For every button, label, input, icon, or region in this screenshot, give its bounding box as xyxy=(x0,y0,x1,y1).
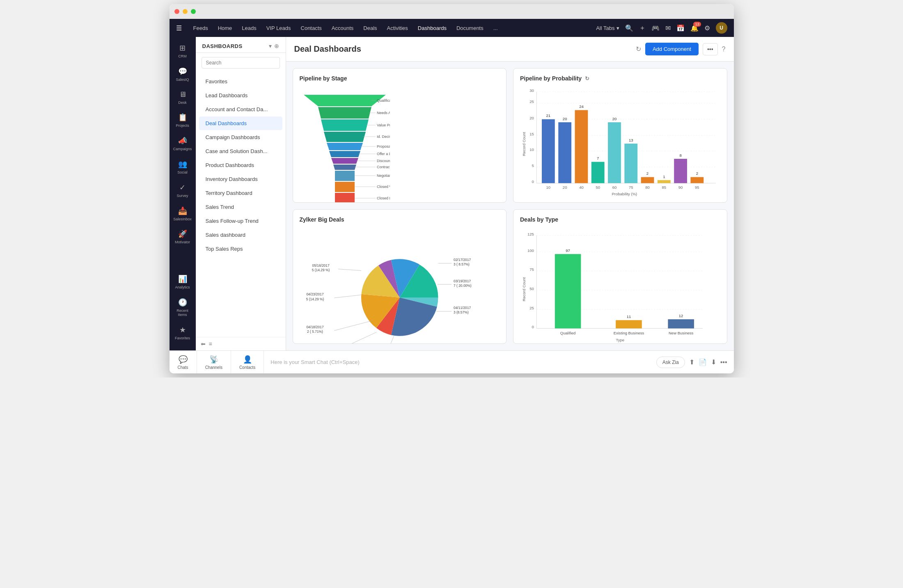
social-icon: 👥 xyxy=(178,160,187,169)
ask-zia-button[interactable]: Ask Zia xyxy=(656,357,685,368)
sidebar-list-icon[interactable]: ≡ xyxy=(209,341,212,347)
all-tabs-dropdown[interactable]: All Tabs ▾ xyxy=(596,25,619,31)
more-options-button[interactable]: ••• xyxy=(703,43,718,55)
svg-text:50: 50 xyxy=(529,286,534,291)
add-component-button[interactable]: Add Component xyxy=(645,43,699,55)
salesinbox-icon: 📥 xyxy=(178,206,187,215)
svg-text:0: 0 xyxy=(532,179,534,184)
sidebar-item-recent[interactable]: 🕐 Recent Items xyxy=(171,295,194,321)
bottom-right-actions: Ask Zia ⬆ 📄 ⬇ ••• xyxy=(650,351,734,373)
chats-tab[interactable]: 💬 Chats xyxy=(170,351,197,373)
pipeline-probability-card: Pipeline by Probability ↻ Record Count 0… xyxy=(513,68,727,203)
panel-nav-product[interactable]: Product Dashboards xyxy=(199,158,282,172)
panel-nav-sales-followup[interactable]: Sales Follow-up Trend xyxy=(199,214,282,228)
sidebar-item-crm[interactable]: ⊞ CRM xyxy=(171,40,194,62)
help-icon[interactable]: ? xyxy=(722,46,726,53)
bottom-action-icon-4[interactable]: ••• xyxy=(720,359,727,366)
survey-icon: ✓ xyxy=(179,183,186,192)
panel-nav-top-sales[interactable]: Top Sales Reps xyxy=(199,242,282,256)
nav-leads[interactable]: Leads xyxy=(237,23,261,33)
svg-text:Qualified: Qualified xyxy=(560,331,576,335)
svg-text:Negotiation/Review: Negotiation/Review xyxy=(377,174,390,178)
nav-documents[interactable]: Documents xyxy=(452,23,488,33)
nav-home[interactable]: Home xyxy=(213,23,237,33)
nav-vip-leads[interactable]: VIP Leads xyxy=(261,23,296,33)
smart-chat-input[interactable]: Here is your Smart Chat (Ctrl+Space) xyxy=(264,351,649,373)
svg-text:02/17/2017: 02/17/2017 xyxy=(454,258,471,262)
sidebar-item-projects[interactable]: 📋 Projects xyxy=(171,110,194,131)
minimize-button[interactable] xyxy=(183,9,188,14)
panel-add-icon[interactable]: ⊕ xyxy=(274,43,279,49)
bottom-action-icon-1[interactable]: ⬆ xyxy=(689,358,694,366)
maximize-button[interactable] xyxy=(191,9,196,14)
sidebar-item-social[interactable]: 👥 Social xyxy=(171,156,194,178)
refresh-icon[interactable]: ↻ xyxy=(636,45,641,53)
svg-rect-52 xyxy=(558,122,571,183)
icon-sidebar: ⊞ CRM 💬 SalesIQ 🖥 Desk 📋 Projects 📣 Camp… xyxy=(170,37,196,350)
nav-deals[interactable]: Deals xyxy=(358,23,382,33)
close-button[interactable] xyxy=(174,9,179,14)
bottom-bar: 💬 Chats 📡 Channels 👤 Contacts Here is yo… xyxy=(170,350,734,373)
sidebar-item-favorites[interactable]: ★ Favorites xyxy=(171,322,194,344)
svg-text:20: 20 xyxy=(563,185,567,190)
sidebar-item-salesiq[interactable]: 💬 SalesIQ xyxy=(171,64,194,85)
panel-nav-sales-trend[interactable]: Sales Trend xyxy=(199,200,282,214)
panel-nav-account-contact[interactable]: Account and Contact Da... xyxy=(199,103,282,116)
sidebar-item-salesinbox[interactable]: 📥 SalesInbox xyxy=(171,203,194,225)
panel-nav-deal-dashboards[interactable]: Deal Dashboards xyxy=(199,117,282,130)
panel-nav-lead-dashboards[interactable]: Lead Dashboards xyxy=(199,89,282,102)
sidebar-item-analytics[interactable]: 📊 Analytics xyxy=(171,271,194,293)
contacts-tab[interactable]: 👤 Contacts xyxy=(231,351,264,373)
svg-text:20: 20 xyxy=(563,117,567,121)
panel-nav-inventory[interactable]: Inventory Dashboards xyxy=(199,172,282,186)
panel-nav-territory[interactable]: Territory Dashboard xyxy=(199,186,282,200)
panel-dropdown-icon[interactable]: ▾ xyxy=(269,43,272,49)
probability-bar-chart: Record Count 0 5 10 15 20 25 30 xyxy=(520,87,720,201)
nav-contacts[interactable]: Contacts xyxy=(296,23,327,33)
svg-text:25: 25 xyxy=(529,99,534,104)
sidebar-collapse-icon[interactable]: ⬅ xyxy=(201,341,206,347)
header-actions: ↻ Add Component ••• ? xyxy=(636,43,726,55)
sidebar-item-desk[interactable]: 🖥 Desk xyxy=(171,87,194,108)
svg-line-88 xyxy=(334,320,373,330)
svg-rect-49 xyxy=(542,119,555,183)
notifications-icon[interactable]: 🔔 13 xyxy=(690,24,699,32)
nav-dashboards[interactable]: Dashboards xyxy=(413,23,452,33)
sidebar-bottom: 📊 Analytics 🕐 Recent Items ★ Favorites xyxy=(171,271,194,347)
hamburger-icon[interactable]: ☰ xyxy=(176,24,182,32)
top-nav: ☰ Feeds Home Leads VIP Leads Contacts Ac… xyxy=(170,19,734,37)
bottom-action-icon-2[interactable]: 📄 xyxy=(699,358,707,366)
nav-accounts[interactable]: Accounts xyxy=(327,23,358,33)
salesiq-icon: 💬 xyxy=(178,67,187,76)
sidebar-item-survey[interactable]: ✓ Survey xyxy=(171,180,194,201)
campaigns-icon: 📣 xyxy=(178,136,187,145)
sidebar-item-motivator[interactable]: 🚀 Motivator xyxy=(171,226,194,248)
search-input[interactable] xyxy=(202,57,280,69)
svg-text:7 ( 20.00%): 7 ( 20.00%) xyxy=(454,284,472,288)
panel-nav-sales-dashboard[interactable]: Sales dashboard xyxy=(199,228,282,242)
svg-text:Type: Type xyxy=(616,338,624,342)
bottom-action-icon-3[interactable]: ⬇ xyxy=(711,358,716,366)
channels-tab[interactable]: 📡 Channels xyxy=(197,351,231,373)
settings-icon[interactable]: ⚙ xyxy=(704,24,710,32)
search-icon[interactable]: 🔍 xyxy=(625,24,633,32)
nav-more[interactable]: ... xyxy=(488,23,503,33)
panel-nav-favorites[interactable]: Favorites xyxy=(199,75,282,88)
svg-text:Proposal/Price Quote: Proposal/Price Quote xyxy=(377,144,390,149)
svg-rect-58 xyxy=(591,162,605,183)
mail-icon[interactable]: ✉ xyxy=(665,24,671,32)
prob-refresh-icon[interactable]: ↻ xyxy=(585,76,589,82)
svg-rect-76 xyxy=(690,177,704,183)
panel-nav-case-solution[interactable]: Case and Solution Dash... xyxy=(199,144,282,158)
deals-by-type-title: Deals by Type xyxy=(520,216,720,223)
nav-activities[interactable]: Activities xyxy=(382,23,413,33)
panel-nav-campaign[interactable]: Campaign Dashboards xyxy=(199,130,282,144)
svg-text:95: 95 xyxy=(695,185,699,190)
add-icon[interactable]: ＋ xyxy=(639,24,646,32)
sidebar-item-campaigns[interactable]: 📣 Campaigns xyxy=(171,133,194,155)
calendar-icon[interactable]: 📅 xyxy=(676,24,685,32)
svg-text:8: 8 xyxy=(679,153,681,158)
nav-feeds[interactable]: Feeds xyxy=(188,23,213,33)
gamepad-icon[interactable]: 🎮 xyxy=(651,24,660,32)
user-avatar[interactable]: U xyxy=(716,22,727,34)
